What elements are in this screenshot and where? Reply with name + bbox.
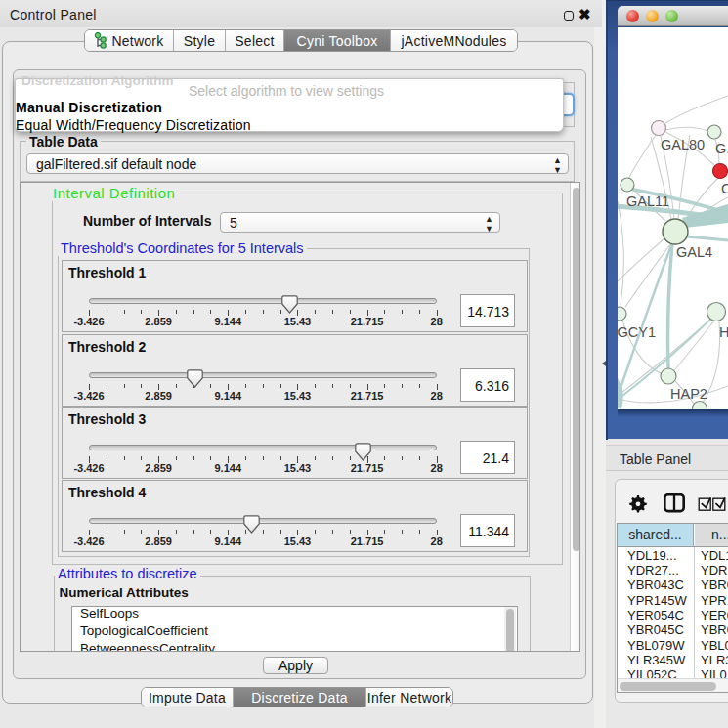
- svg-text:GAL80: GAL80: [661, 137, 705, 152]
- svg-text:GCY1: GCY1: [618, 324, 656, 340]
- svg-text:GAL11: GAL11: [626, 193, 669, 209]
- svg-text:HAP2: HAP2: [670, 386, 707, 402]
- svg-text:H: H: [719, 324, 728, 340]
- svg-text:G.: G.: [715, 141, 728, 156]
- svg-text:C: C: [721, 181, 728, 196]
- svg-text:GAL4: GAL4: [676, 244, 712, 260]
